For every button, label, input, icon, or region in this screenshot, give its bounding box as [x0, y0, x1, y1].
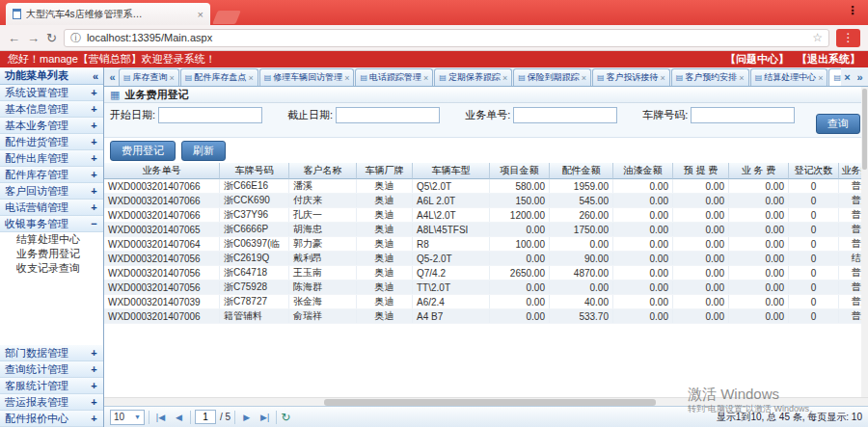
column-header[interactable]: 业务单号 — [104, 163, 220, 179]
reload-icon[interactable]: ↻ — [46, 32, 57, 44]
expand-icon[interactable]: + — [90, 169, 98, 180]
column-header[interactable]: 登记次数 — [789, 163, 839, 179]
tab-close-icon[interactable]: × — [582, 73, 586, 83]
table-row[interactable]: WXD0003201407056浙C75928陈海群奥迪TT\2.0T0.000… — [104, 280, 868, 295]
prev-page-button[interactable]: ◀ — [172, 413, 186, 422]
plate-no-input[interactable] — [691, 107, 795, 123]
expand-icon[interactable]: + — [90, 103, 98, 115]
sidebar-subitem[interactable]: 收支记录查询 — [0, 261, 103, 276]
tab-close-icon[interactable]: × — [739, 73, 744, 83]
window-controls-icon[interactable]: ⋮ — [847, 4, 860, 17]
sidebar-group[interactable]: 收银事务管理− — [0, 216, 103, 232]
tab[interactable]: ▤结算处理中心× — [750, 68, 828, 86]
sidebar-group[interactable]: 系统设置管理+ — [0, 85, 103, 101]
horizontal-scrollbar-thumb[interactable] — [324, 399, 656, 406]
collapse-icon[interactable]: − — [90, 218, 98, 229]
vertical-scrollbar-thumb[interactable] — [862, 89, 867, 170]
first-page-button[interactable]: |◀ — [153, 413, 168, 422]
refresh-button[interactable]: 刷新 — [181, 141, 226, 161]
column-header[interactable]: 客户名称 — [289, 163, 357, 179]
tab[interactable]: ▤保险到期跟踪× — [513, 68, 591, 86]
page-number-input[interactable] — [195, 410, 216, 424]
column-header[interactable]: 车牌号码 — [220, 163, 289, 179]
tab[interactable]: ▤配件库存盘点× — [180, 68, 258, 86]
fee-register-button[interactable]: 费用登记 — [110, 141, 176, 161]
column-header[interactable]: 预 提 费 — [673, 163, 729, 179]
browser-menu-button[interactable]: ⋮ — [836, 29, 860, 47]
end-date-input[interactable] — [336, 107, 440, 123]
column-header[interactable]: 项目金额 — [490, 163, 550, 179]
table-row[interactable]: WXD0003201407066浙C37Y96孔庆一奥迪A4L\2.0T1200… — [104, 208, 868, 223]
table-row[interactable]: WXD0003201407039浙C78727张金海奥迪A6/2.40.0040… — [104, 295, 868, 309]
next-page-button[interactable]: ▶ — [239, 413, 254, 422]
grid-refresh-icon[interactable]: ↻ — [281, 411, 290, 424]
tab-close-icon[interactable]: × — [818, 73, 823, 83]
tab[interactable]: ▤修理车辆回访管理× — [259, 68, 355, 86]
problem-center-button[interactable]: 【问题中心】 — [725, 52, 789, 67]
tab[interactable]: ▤客户投诉接待× — [592, 68, 670, 86]
sidebar-group[interactable]: 营运报表管理+ — [0, 394, 103, 411]
tab-close-icon[interactable]: × — [661, 73, 665, 83]
table-row[interactable]: WXD0003201407064浙C06397(临郭力豪奥迪R8100.000.… — [104, 237, 868, 252]
expand-icon[interactable]: + — [90, 201, 98, 213]
sidebar-group[interactable]: 部门数据管理+ — [0, 345, 103, 361]
sidebar-group[interactable]: 配件报价中心+ — [0, 411, 103, 427]
tab[interactable]: ▤定期保养跟踪× — [434, 68, 512, 86]
sidebar-group[interactable]: 查询统计管理+ — [0, 361, 103, 378]
table-row[interactable]: WXD0003201407065浙C6666P胡海忠奥迪A8L\45TFSI0.… — [104, 223, 868, 237]
expand-icon[interactable]: + — [90, 396, 98, 408]
sidebar-group[interactable]: 配件进货管理+ — [0, 134, 103, 150]
column-header[interactable]: 配件金额 — [550, 163, 613, 179]
sidebar-group[interactable]: 配件出库管理+ — [0, 150, 103, 167]
table-row[interactable]: WXD0003201407056浙C2619Q戴利昂奥迪Q5-2.0T0.009… — [104, 252, 868, 266]
tab[interactable]: ▤业务费用登记× — [828, 68, 841, 86]
tab-scroll-left-icon[interactable]: « — [106, 69, 119, 86]
tab-close-icon[interactable]: × — [502, 73, 507, 83]
query-button[interactable]: 查询 — [816, 114, 860, 134]
sidebar-group[interactable]: 基本信息管理+ — [0, 101, 103, 118]
expand-icon[interactable]: + — [90, 87, 98, 98]
expand-icon[interactable]: + — [90, 413, 98, 424]
sidebar-group[interactable]: 配件库存管理+ — [0, 167, 103, 183]
bookmark-star-icon[interactable]: ☆ — [812, 31, 823, 44]
expand-icon[interactable]: + — [90, 363, 98, 375]
sidebar-group[interactable]: 基本业务管理+ — [0, 118, 103, 134]
sidebar-group[interactable]: 客户回访管理+ — [0, 183, 103, 200]
new-tab-button[interactable] — [212, 11, 241, 24]
sidebar-subitem[interactable]: 业务费用登记 — [0, 247, 103, 261]
forward-icon[interactable]: → — [27, 32, 40, 44]
back-icon[interactable]: ← — [8, 32, 20, 44]
tab-close-all-icon[interactable]: × — [841, 69, 854, 86]
site-info-icon[interactable]: ⓘ — [70, 31, 81, 45]
expand-icon[interactable]: + — [90, 136, 98, 147]
sidebar-subitem[interactable]: 结算处理中心 — [0, 232, 103, 247]
column-header[interactable]: 车辆车型 — [413, 163, 490, 179]
table-row[interactable]: WXD0003201407066浙CCK690付庆来奥迪A6L 2.0T150.… — [104, 194, 868, 208]
tab-close-icon[interactable]: × — [198, 9, 203, 20]
address-bar[interactable]: ⓘ localhost:13395/Main.aspx ☆ — [64, 29, 829, 47]
tab-close-icon[interactable]: × — [248, 73, 253, 83]
column-header[interactable]: 业 务 费 — [729, 163, 789, 179]
start-date-input[interactable] — [158, 107, 262, 123]
expand-icon[interactable]: + — [90, 120, 98, 131]
tab-close-icon[interactable]: × — [344, 73, 349, 83]
browser-tab[interactable]: 大型汽车4s店维修管理系… × — [6, 3, 210, 25]
tab-close-icon[interactable]: × — [423, 73, 428, 83]
business-no-input[interactable] — [513, 107, 617, 123]
table-row[interactable]: WXD0003201407066浙C66E16潘溪奥迪Q5\2.0T580.00… — [104, 179, 868, 194]
column-header[interactable]: 车辆厂牌 — [357, 163, 413, 179]
tab-scroll-right-icon[interactable]: » — [854, 69, 866, 86]
page-size-select[interactable]: 10 ▼ — [110, 410, 145, 425]
table-row[interactable]: WXD0003201407006籍管辅料俞瑞祥奥迪A4 B70.00533.70… — [104, 309, 868, 324]
expand-icon[interactable]: + — [90, 380, 98, 391]
tab[interactable]: ▤库存查询× — [119, 68, 179, 86]
tab-close-icon[interactable]: × — [170, 73, 175, 83]
tab[interactable]: ▤电话跟踪管理× — [355, 68, 433, 86]
sidebar-group[interactable]: 客服统计管理+ — [0, 378, 103, 394]
sidebar-collapse-icon[interactable]: « — [93, 70, 98, 82]
expand-icon[interactable]: + — [90, 347, 98, 359]
table-row[interactable]: WXD0003201407056浙C64718王玉南奥迪Q7/4.22650.0… — [104, 266, 868, 280]
horizontal-scrollbar[interactable] — [104, 397, 868, 406]
column-header[interactable]: 油漆金额 — [613, 163, 673, 179]
logout-button[interactable]: 【退出系统】 — [797, 52, 860, 67]
